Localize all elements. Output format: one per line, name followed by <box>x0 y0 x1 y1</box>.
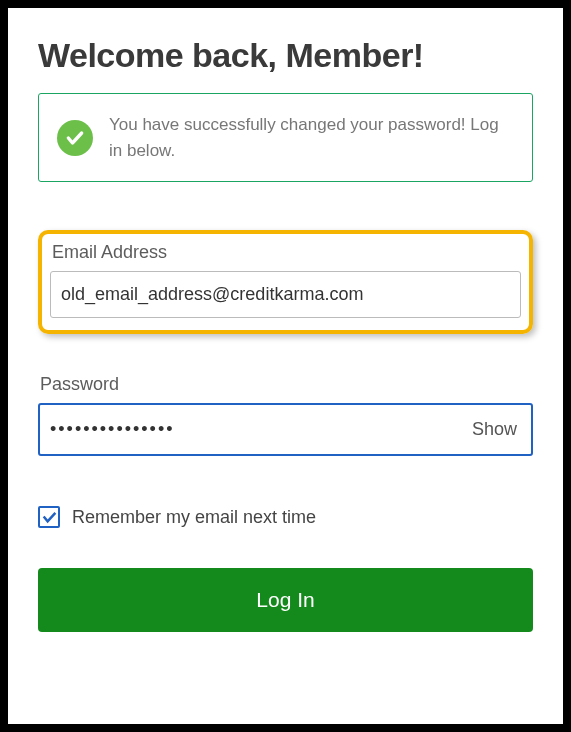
email-highlight-box: Email Address <box>38 230 533 334</box>
alert-message: You have successfully changed your passw… <box>109 112 514 163</box>
password-input[interactable] <box>40 405 458 454</box>
remember-checkbox[interactable] <box>38 506 60 528</box>
password-field-wrap: Show <box>38 403 533 456</box>
page-title: Welcome back, Member! <box>38 36 533 75</box>
show-password-button[interactable]: Show <box>458 419 531 440</box>
checkmark-icon <box>42 510 57 525</box>
email-label: Email Address <box>50 242 521 263</box>
login-page: Welcome back, Member! You have successfu… <box>8 8 563 724</box>
password-group: Password Show <box>38 374 533 456</box>
success-alert: You have successfully changed your passw… <box>38 93 533 182</box>
check-circle-icon <box>57 120 93 156</box>
password-label: Password <box>38 374 533 395</box>
remember-label: Remember my email next time <box>72 507 316 528</box>
email-input[interactable] <box>50 271 521 318</box>
remember-row: Remember my email next time <box>38 506 533 528</box>
login-button[interactable]: Log In <box>38 568 533 632</box>
